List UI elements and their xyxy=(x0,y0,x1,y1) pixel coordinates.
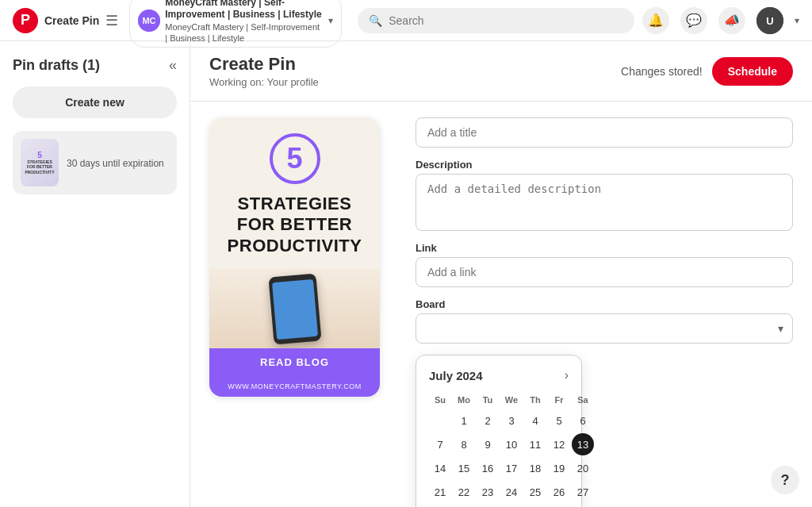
sidebar-header: Pin drafts (1) « xyxy=(13,57,177,74)
page-header-right: Changes stored! Schedule xyxy=(621,57,793,86)
pin-title-text: STRATEGIES FOR BETTER PRODUCTIVITY xyxy=(228,194,362,256)
pinterest-logo[interactable]: P xyxy=(13,8,38,33)
calendar-day[interactable]: 16 xyxy=(477,457,499,479)
nav-chevron-icon[interactable]: ▾ xyxy=(795,15,799,26)
title-input[interactable] xyxy=(416,117,793,148)
calendar-day[interactable]: 12 xyxy=(548,433,570,455)
link-label: Link xyxy=(416,242,793,254)
search-input[interactable] xyxy=(389,14,623,27)
pin-card: 5 STRATEGIES FOR BETTER PRODUCTIVITY xyxy=(209,117,380,397)
calendar-day[interactable]: 2 xyxy=(477,409,499,432)
pin-cta-text: READ BLOG xyxy=(217,356,372,368)
calendar-day[interactable]: 9 xyxy=(477,433,499,455)
nav-icons: 🔔 💬 📣 U ▾ xyxy=(642,7,799,34)
sidebar: Pin drafts (1) « Create new 5 STRATEGIES… xyxy=(0,41,190,507)
board-label: Board xyxy=(416,298,793,310)
board-select-wrap: ▾ xyxy=(416,313,793,344)
main-layout: Pin drafts (1) « Create new 5 STRATEGIES… xyxy=(0,41,812,507)
megaphone-button[interactable]: 📣 xyxy=(718,7,745,34)
sidebar-title: Pin drafts (1) xyxy=(13,57,100,74)
calendar-day-header: Th xyxy=(524,392,546,408)
bell-icon: 🔔 xyxy=(648,13,664,28)
calendar-day[interactable]: 27 xyxy=(572,481,594,503)
calendar-day[interactable]: 20 xyxy=(572,457,594,479)
calendar-day[interactable]: 15 xyxy=(453,457,475,479)
schedule-button[interactable]: Schedule xyxy=(712,57,793,86)
draft-expiry: 30 days until expiration xyxy=(67,158,164,169)
editor-body: 5 STRATEGIES FOR BETTER PRODUCTIVITY xyxy=(190,102,812,507)
calendar-day[interactable]: 14 xyxy=(429,457,451,479)
phone-graphic xyxy=(268,273,321,344)
description-label: Description xyxy=(416,159,793,171)
calendar-day[interactable]: 24 xyxy=(500,481,523,503)
account-chevron-icon: ▾ xyxy=(328,15,333,26)
calendar-grid: SuMoTuWeThFrSa12345678910111213141516171… xyxy=(429,392,569,507)
pin-number-circle: 5 xyxy=(270,133,320,184)
calendar-day[interactable]: 1 xyxy=(453,409,475,432)
calendar-day[interactable]: 25 xyxy=(524,481,546,503)
messages-button[interactable]: 💬 xyxy=(680,7,707,34)
page-subtitle: Working on: Your profile xyxy=(209,76,319,88)
calendar-day[interactable]: 13 xyxy=(572,433,594,455)
description-field-group: Description xyxy=(416,159,793,231)
calendar-day[interactable]: 11 xyxy=(524,433,546,455)
calendar-day-header: Su xyxy=(429,392,451,408)
hamburger-icon[interactable]: ☰ xyxy=(105,12,118,29)
search-icon: 🔍 xyxy=(369,14,382,27)
calendar-day[interactable]: 22 xyxy=(453,481,475,503)
pin-phone-illustration xyxy=(209,269,380,348)
page-title: Create Pin xyxy=(209,54,319,75)
calendar-day[interactable]: 8 xyxy=(453,433,475,455)
calendar-next-button[interactable]: › xyxy=(565,368,569,382)
calendar-day-header: Sa xyxy=(572,392,594,408)
pin-card-body: 5 STRATEGIES FOR BETTER PRODUCTIVITY xyxy=(209,117,380,269)
link-input[interactable] xyxy=(416,257,793,287)
search-bar[interactable]: 🔍 xyxy=(358,8,634,33)
collapse-sidebar-button[interactable]: « xyxy=(169,57,177,74)
draft-info: 30 days until expiration xyxy=(67,156,169,169)
logo-area: P Create Pin ☰ xyxy=(13,8,118,33)
calendar-overlay: July 2024 › SuMoTuWeThFrSa12345678910111… xyxy=(416,355,582,507)
description-textarea[interactable] xyxy=(416,174,793,231)
draft-item[interactable]: 5 STRATEGIES FOR BETTER PRODUCTIVITY 30 … xyxy=(13,131,177,194)
calendar-header: July 2024 › xyxy=(429,368,569,382)
notifications-button[interactable]: 🔔 xyxy=(642,7,669,34)
calendar-day xyxy=(429,409,451,432)
calendar-day[interactable]: 17 xyxy=(500,457,523,479)
link-field-group: Link xyxy=(416,242,793,287)
calendar-day-header: We xyxy=(500,392,523,408)
calendar-day[interactable]: 6 xyxy=(572,409,594,432)
draft-thumb-content: 5 STRATEGIES FOR BETTER PRODUCTIVITY xyxy=(21,139,59,186)
megaphone-icon: 📣 xyxy=(724,13,740,28)
title-field-group xyxy=(416,117,793,148)
svg-text:U: U xyxy=(766,15,773,27)
form-fields: Description Link Board ▾ xyxy=(416,117,793,507)
content-area: Create Pin Working on: Your profile Chan… xyxy=(190,41,812,507)
pin-preview-wrap: 5 STRATEGIES FOR BETTER PRODUCTIVITY xyxy=(209,117,392,507)
calendar-day[interactable]: 4 xyxy=(524,409,546,432)
calendar-day[interactable]: 19 xyxy=(548,457,570,479)
board-select[interactable] xyxy=(416,313,793,344)
create-pin-label: Create Pin xyxy=(44,14,99,27)
pin-footer-text: WWW.MONEYCRAFTMASTERY.COM xyxy=(216,382,373,390)
calendar-day-header: Mo xyxy=(453,392,475,408)
calendar-day[interactable]: 23 xyxy=(477,481,499,503)
chat-icon: 💬 xyxy=(686,13,702,28)
account-avatar: MC xyxy=(138,10,160,32)
draft-thumbnail: 5 STRATEGIES FOR BETTER PRODUCTIVITY xyxy=(21,139,59,186)
calendar-day[interactable]: 18 xyxy=(524,457,546,479)
calendar-day[interactable]: 7 xyxy=(429,433,451,455)
svg-text:MC: MC xyxy=(143,16,156,25)
calendar-day[interactable]: 3 xyxy=(500,409,523,432)
help-button[interactable]: ? xyxy=(771,466,799,494)
account-name: MoneyCraft Mastery | Self-Improvement | … xyxy=(165,0,324,44)
pin-cta-bar: READ BLOG xyxy=(209,348,380,376)
create-new-button[interactable]: Create new xyxy=(13,86,177,118)
calendar-day[interactable]: 5 xyxy=(548,409,570,432)
calendar-day[interactable]: 21 xyxy=(429,481,451,503)
calendar-day[interactable]: 10 xyxy=(500,433,523,455)
user-avatar[interactable]: U xyxy=(756,7,783,34)
calendar-day[interactable]: 26 xyxy=(548,481,570,503)
top-navigation: P Create Pin ☰ MC MoneyCraft Mastery | S… xyxy=(0,0,812,41)
page-header: Create Pin Working on: Your profile Chan… xyxy=(190,41,812,102)
